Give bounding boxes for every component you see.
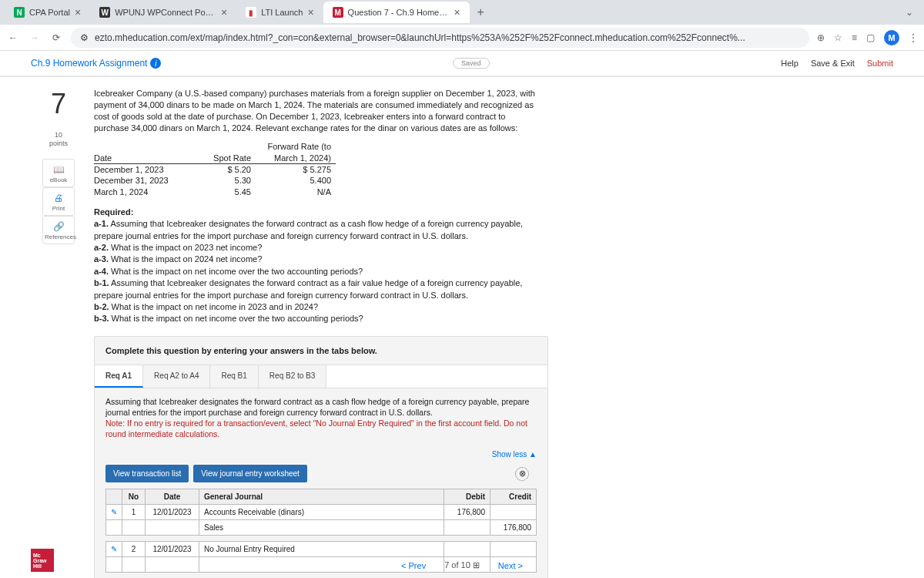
- tab-title: Question 7 - Ch.9 Homework: [348, 8, 450, 17]
- credit-cell[interactable]: 176,800: [490, 520, 537, 536]
- points-box: 10 points: [49, 131, 68, 148]
- tab-close-icon[interactable]: ×: [307, 6, 313, 18]
- show-less-toggle[interactable]: Show less ▲: [95, 447, 547, 465]
- browser-tab[interactable]: NCPA Portal×: [5, 2, 90, 23]
- tab-favicon: W: [99, 7, 110, 18]
- tab-title: WPUNJ WPConnect Portal: [115, 8, 216, 17]
- answer-tab[interactable]: Req A1: [95, 365, 143, 388]
- side-panel-icon[interactable]: ▢: [866, 32, 875, 43]
- answer-prompt: Complete this question by entering your …: [95, 337, 547, 365]
- tab-title: CPA Portal: [29, 8, 70, 17]
- next-button[interactable]: Next >: [498, 561, 523, 570]
- sidebar-tile-ebook[interactable]: 📖eBook: [42, 159, 75, 187]
- submit-link[interactable]: Submit: [867, 59, 893, 68]
- view-worksheet-button[interactable]: View journal entry worksheet: [193, 465, 307, 482]
- address-bar[interactable]: ⚙ ezto.mheducation.com/ext/map/index.htm…: [71, 28, 809, 48]
- help-link[interactable]: Help: [781, 59, 798, 68]
- info-icon[interactable]: i: [150, 58, 161, 69]
- sidebar-tile-references[interactable]: 🔗References: [42, 216, 75, 244]
- answer-tab[interactable]: Req B2 to B3: [259, 365, 326, 388]
- save-exit-link[interactable]: Save & Exit: [811, 59, 855, 68]
- page-position: 7 of 10 ⊞: [444, 560, 480, 570]
- print-icon: 🖨: [45, 193, 72, 203]
- problem-statement: Icebreaker Company (a U.S.-based company…: [94, 88, 541, 133]
- tab-close-icon[interactable]: ×: [221, 6, 227, 18]
- table-row: Sales176,800: [106, 520, 537, 536]
- tab-favicon: N: [14, 7, 25, 18]
- credit-cell[interactable]: [490, 505, 537, 520]
- exchange-rate-table: Forward Rate (toDateSpot RateMarch 1, 20…: [94, 141, 901, 197]
- references-icon: 🔗: [45, 221, 72, 232]
- menu-icon[interactable]: ⋮: [909, 32, 918, 43]
- edit-row-icon[interactable]: ✎: [111, 508, 117, 516]
- browser-toolbar: ← → ⟳ ⚙ ezto.mheducation.com/ext/map/ind…: [0, 25, 924, 51]
- site-settings-icon[interactable]: ⚙: [80, 32, 89, 43]
- reload-button[interactable]: ⟳: [49, 31, 63, 45]
- saved-indicator: Saved: [453, 58, 490, 69]
- tab-title: LTI Launch: [261, 8, 303, 17]
- answer-tab[interactable]: Req A2 to A4: [143, 365, 210, 388]
- question-pager: < Prev 7 of 10 ⊞ Next >: [401, 560, 523, 570]
- tab-favicon: M: [333, 7, 343, 18]
- view-transaction-list-button[interactable]: View transaction list: [105, 465, 189, 482]
- browser-tabstrip: NCPA Portal×WWPUNJ WPConnect Portal×▮LTI…: [0, 0, 924, 25]
- question-sidebar: 7 10 points 📖eBook🖨Print🔗References: [31, 88, 86, 578]
- mcgraw-hill-logo: Mc Graw Hill: [31, 549, 54, 572]
- answer-tab[interactable]: Req B1: [210, 365, 258, 388]
- account-cell[interactable]: Accounts Receivable (dinars): [199, 505, 444, 520]
- account-cell[interactable]: Sales: [199, 520, 444, 536]
- edit-row-icon[interactable]: ✎: [111, 545, 117, 553]
- bookmark-icon[interactable]: ☆: [834, 32, 842, 43]
- sidebar-tile-print[interactable]: 🖨Print: [42, 187, 75, 216]
- debit-cell[interactable]: 176,800: [444, 505, 490, 520]
- forward-button[interactable]: →: [28, 31, 42, 45]
- profile-avatar[interactable]: M: [884, 30, 899, 45]
- tab-close-icon[interactable]: ×: [75, 6, 81, 18]
- reset-icon[interactable]: ⊗: [515, 467, 529, 481]
- answer-card: Complete this question by entering your …: [94, 336, 548, 578]
- ebook-icon: 📖: [45, 164, 72, 175]
- table-row: ✎112/01/2023Accounts Receivable (dinars)…: [106, 505, 537, 520]
- question-number: 7: [51, 88, 66, 120]
- answer-tabstrip: Req A1Req A2 to A4Req B1Req B2 to B3: [95, 365, 547, 388]
- back-button[interactable]: ←: [6, 31, 20, 45]
- url-text: ezto.mheducation.com/ext/map/index.html?…: [95, 32, 745, 43]
- reading-list-icon[interactable]: ≡: [852, 32, 857, 43]
- prev-button[interactable]: < Prev: [401, 561, 426, 570]
- zoom-icon[interactable]: ⊕: [817, 32, 825, 43]
- assignment-title: Ch.9 Homework Assignment: [31, 58, 147, 69]
- tab-favicon: ▮: [246, 7, 256, 18]
- table-row: ✎212/01/2023No Journal Entry Required: [106, 542, 537, 557]
- tab-close-icon[interactable]: ×: [454, 6, 460, 18]
- account-cell[interactable]: No Journal Entry Required: [199, 542, 444, 557]
- tab-description: Assuming that Icebreaker designates the …: [95, 388, 547, 448]
- credit-cell[interactable]: [490, 542, 537, 557]
- new-tab-button[interactable]: +: [470, 5, 492, 19]
- browser-tab[interactable]: ▮LTI Launch×: [236, 2, 323, 23]
- debit-cell[interactable]: [444, 520, 490, 536]
- browser-tab[interactable]: WWPUNJ WPConnect Portal×: [90, 2, 236, 23]
- requirements-block: Required:a-1. Assuming that Icebreaker d…: [94, 207, 541, 325]
- browser-tab[interactable]: MQuestion 7 - Ch.9 Homework×: [323, 2, 470, 23]
- tabs-overflow-icon[interactable]: ⌄: [899, 7, 919, 18]
- debit-cell[interactable]: [444, 542, 490, 557]
- assignment-header: Ch.9 Homework Assignment i Saved Help Sa…: [0, 51, 924, 77]
